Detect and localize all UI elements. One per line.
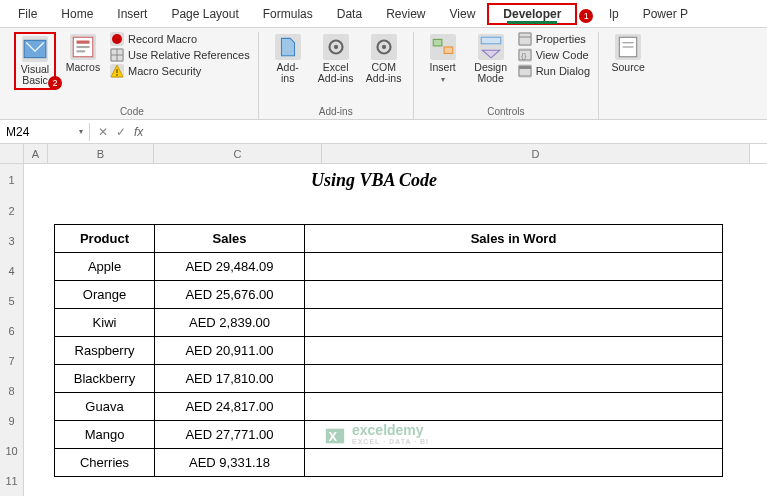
view-code-button[interactable]: {} View Code bbox=[518, 48, 590, 62]
col-header[interactable]: C bbox=[154, 144, 322, 163]
formula-bar: M24 ▾ ✕ ✓ fx bbox=[0, 120, 767, 144]
col-header[interactable]: D bbox=[322, 144, 750, 163]
cell-sales-word[interactable] bbox=[305, 309, 723, 337]
col-header[interactable]: B bbox=[48, 144, 154, 163]
insert-button[interactable]: Insert ▾ bbox=[422, 32, 464, 86]
dialog-icon bbox=[518, 64, 532, 78]
table-row: AppleAED 29,484.09 bbox=[55, 253, 723, 281]
confirm-icon[interactable]: ✓ bbox=[116, 125, 126, 139]
header-sales-word: Sales in Word bbox=[305, 225, 723, 253]
source-button[interactable]: Source bbox=[607, 32, 649, 75]
group-code: Visual Basic 2 Macros Record Macro Use R… bbox=[6, 32, 259, 119]
design-mode-button[interactable]: Design Mode bbox=[470, 32, 512, 86]
row-header[interactable]: 7 bbox=[0, 346, 24, 376]
macro-security-button[interactable]: Macro Security bbox=[110, 64, 250, 78]
excel-addins-button[interactable]: Excel Add-ins bbox=[315, 32, 357, 86]
run-dialog-button[interactable]: Run Dialog bbox=[518, 64, 590, 78]
tab-data[interactable]: Data bbox=[325, 3, 374, 25]
cell-product[interactable]: Orange bbox=[55, 281, 155, 309]
tab-help[interactable]: lp bbox=[597, 3, 630, 25]
cell-sales[interactable]: AED 20,911.00 bbox=[155, 337, 305, 365]
tab-developer[interactable]: Developer bbox=[499, 5, 565, 23]
cell-sales-word[interactable] bbox=[305, 337, 723, 365]
use-relative-button[interactable]: Use Relative References bbox=[110, 48, 250, 62]
svg-rect-2 bbox=[77, 41, 90, 44]
addins-button[interactable]: Add- ins bbox=[267, 32, 309, 86]
chevron-down-icon: ▾ bbox=[79, 127, 83, 136]
cell-sales[interactable]: AED 27,771.00 bbox=[155, 421, 305, 449]
row-header[interactable]: 8 bbox=[0, 376, 24, 406]
svg-point-12 bbox=[334, 45, 338, 49]
cell-sales[interactable]: AED 24,817.00 bbox=[155, 393, 305, 421]
tab-home[interactable]: Home bbox=[49, 3, 105, 25]
addins-label: Add- ins bbox=[277, 62, 299, 84]
visual-basic-button[interactable]: Visual Basic 2 bbox=[14, 32, 56, 90]
cell-product[interactable]: Kiwi bbox=[55, 309, 155, 337]
col-header[interactable]: A bbox=[24, 144, 48, 163]
callout-2: 2 bbox=[48, 76, 62, 90]
table-row: BlackberryAED 17,810.00 bbox=[55, 365, 723, 393]
cell-sales-word[interactable] bbox=[305, 253, 723, 281]
cancel-icon[interactable]: ✕ bbox=[98, 125, 108, 139]
cell-sales[interactable]: AED 25,676.00 bbox=[155, 281, 305, 309]
excel-addins-label: Excel Add-ins bbox=[318, 62, 354, 84]
gear-icon bbox=[323, 34, 349, 60]
properties-button[interactable]: Properties bbox=[518, 32, 590, 46]
svg-rect-16 bbox=[444, 47, 453, 54]
cell-sales-word[interactable] bbox=[305, 449, 723, 477]
insert-controls-icon bbox=[430, 34, 456, 60]
row-header[interactable]: 9 bbox=[0, 406, 24, 436]
row-header[interactable]: 10 bbox=[0, 436, 24, 466]
tab-review[interactable]: Review bbox=[374, 3, 437, 25]
source-label: Source bbox=[611, 62, 644, 73]
cell-product[interactable]: Raspberry bbox=[55, 337, 155, 365]
table-row: OrangeAED 25,676.00 bbox=[55, 281, 723, 309]
table-row: KiwiAED 2,839.00 bbox=[55, 309, 723, 337]
svg-rect-18 bbox=[519, 33, 531, 45]
svg-text:{}: {} bbox=[521, 51, 527, 60]
header-sales: Sales bbox=[155, 225, 305, 253]
cell-product[interactable]: Blackberry bbox=[55, 365, 155, 393]
row-header[interactable]: 6 bbox=[0, 316, 24, 346]
table-row: GuavaAED 24,817.00 bbox=[55, 393, 723, 421]
row-header[interactable]: 5 bbox=[0, 286, 24, 316]
cell-sales[interactable]: AED 2,839.00 bbox=[155, 309, 305, 337]
row-header[interactable]: 3 bbox=[0, 226, 24, 256]
cell-product[interactable]: Apple bbox=[55, 253, 155, 281]
ribbon: Visual Basic 2 Macros Record Macro Use R… bbox=[0, 28, 767, 120]
select-all-corner[interactable] bbox=[0, 144, 24, 163]
row-header[interactable]: 4 bbox=[0, 256, 24, 286]
fx-button[interactable]: fx bbox=[134, 125, 143, 139]
svg-rect-15 bbox=[433, 39, 442, 46]
worksheet-area[interactable]: Using VBA Code Product Sales Sales in Wo… bbox=[24, 164, 767, 496]
com-addins-button[interactable]: COM Add-ins bbox=[363, 32, 405, 86]
cell-sales[interactable]: AED 29,484.09 bbox=[155, 253, 305, 281]
tab-view[interactable]: View bbox=[438, 3, 488, 25]
addins-icon bbox=[275, 34, 301, 60]
tab-page-layout[interactable]: Page Layout bbox=[159, 3, 250, 25]
tab-powerp[interactable]: Power P bbox=[631, 3, 700, 25]
tab-file[interactable]: File bbox=[6, 3, 49, 25]
row-header[interactable]: 2 bbox=[0, 196, 24, 226]
row-header[interactable]: 11 bbox=[0, 466, 24, 496]
tab-insert[interactable]: Insert bbox=[105, 3, 159, 25]
cell-sales-word[interactable] bbox=[305, 281, 723, 309]
row-header[interactable]: 1 bbox=[0, 164, 24, 196]
cell-sales-word[interactable] bbox=[305, 393, 723, 421]
tab-formulas[interactable]: Formulas bbox=[251, 3, 325, 25]
cell-sales-word[interactable] bbox=[305, 365, 723, 393]
record-macro-button[interactable]: Record Macro bbox=[110, 32, 250, 46]
table-header-row: Product Sales Sales in Word bbox=[55, 225, 723, 253]
name-box[interactable]: M24 ▾ bbox=[0, 123, 90, 141]
ribbon-tabs: File Home Insert Page Layout Formulas Da… bbox=[0, 0, 767, 28]
cell-product[interactable]: Cherries bbox=[55, 449, 155, 477]
cell-sales[interactable]: AED 17,810.00 bbox=[155, 365, 305, 393]
cell-sales[interactable]: AED 9,331.18 bbox=[155, 449, 305, 477]
cell-product[interactable]: Mango bbox=[55, 421, 155, 449]
com-addins-label: COM Add-ins bbox=[366, 62, 402, 84]
use-relative-label: Use Relative References bbox=[128, 49, 250, 61]
macros-button[interactable]: Macros bbox=[62, 32, 104, 75]
name-box-value: M24 bbox=[6, 125, 29, 139]
addins-group-label: Add-ins bbox=[319, 106, 353, 117]
cell-product[interactable]: Guava bbox=[55, 393, 155, 421]
